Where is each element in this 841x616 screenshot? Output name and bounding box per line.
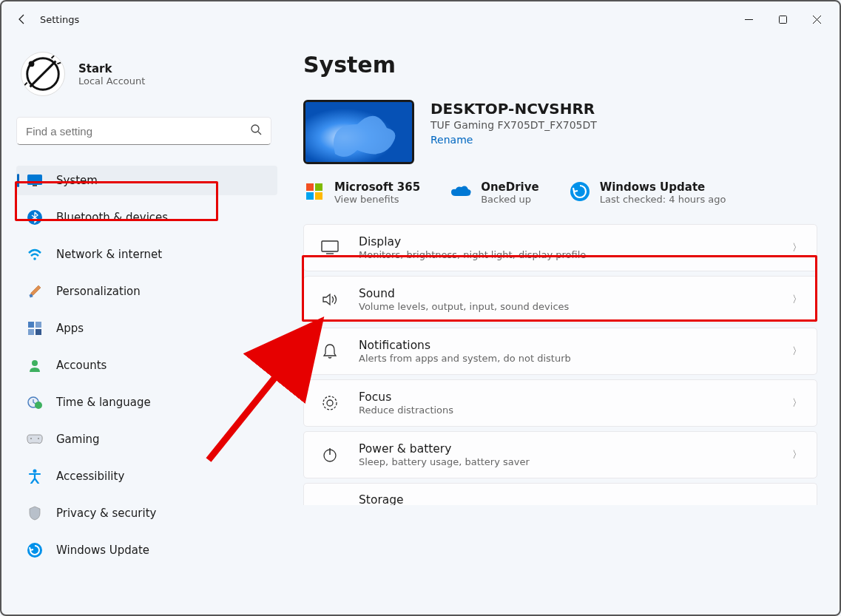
card-sub: Monitors, brightness, night light, displ… <box>359 249 792 260</box>
gamepad-icon <box>27 431 43 447</box>
status-windows-update[interactable]: Windows Update Last checked: 4 hours ago <box>569 180 726 205</box>
svg-rect-1 <box>779 16 786 23</box>
card-title: Notifications <box>359 339 792 352</box>
power-icon <box>319 447 341 463</box>
nav-label: Gaming <box>56 433 100 446</box>
card-sub: Volume levels, output, input, sound devi… <box>359 301 792 312</box>
rename-link[interactable]: Rename <box>430 134 597 146</box>
svg-rect-26 <box>306 192 314 200</box>
status-m365[interactable]: Microsoft 365 View benefits <box>303 180 420 205</box>
brush-icon <box>27 283 43 299</box>
card-title: Focus <box>359 390 792 404</box>
setting-display[interactable]: Display Monitors, brightness, night ligh… <box>303 224 817 271</box>
status-sub: View benefits <box>334 194 420 205</box>
search-input[interactable] <box>26 125 250 138</box>
card-sub: Reduce distractions <box>359 405 792 416</box>
page-title: System <box>303 52 817 78</box>
svg-rect-25 <box>315 183 322 191</box>
update-icon <box>569 180 591 203</box>
nav-item-accounts[interactable]: Accounts <box>16 351 277 380</box>
window-title: Settings <box>40 14 79 25</box>
chevron-right-icon: 〉 <box>792 448 802 461</box>
chevron-right-icon: 〉 <box>792 293 802 306</box>
wifi-icon <box>27 246 43 263</box>
setting-notifications[interactable]: Notifications Alerts from apps and syste… <box>303 328 817 375</box>
card-sub: Sleep, battery usage, battery saver <box>359 456 792 467</box>
avatar <box>21 52 65 96</box>
card-title: Storage <box>359 493 802 506</box>
device-header: DESKTOP-NCVSHRR TUF Gaming FX705DT_FX705… <box>303 100 817 164</box>
device-name: DESKTOP-NCVSHRR <box>430 100 597 118</box>
svg-point-19 <box>30 438 32 439</box>
svg-point-18 <box>35 402 42 409</box>
apps-icon <box>27 320 43 336</box>
card-title: Power & battery <box>359 442 792 456</box>
svg-point-16 <box>32 360 38 366</box>
search-box[interactable] <box>16 117 271 145</box>
main-content: System DESKTOP-NCVSHRR TUF Gaming FX705D… <box>277 37 840 616</box>
titlebar: Settings <box>1 1 840 37</box>
nav-item-accessibility[interactable]: Accessibility <box>16 461 277 491</box>
nav-label: Accounts <box>56 359 107 372</box>
svg-point-20 <box>38 438 39 439</box>
nav-item-privacy[interactable]: Privacy & security <box>16 498 277 528</box>
status-title: OneDrive <box>481 180 539 194</box>
focus-icon <box>319 395 341 411</box>
user-account-type: Local Account <box>78 75 145 87</box>
svg-rect-27 <box>315 192 322 200</box>
setting-focus[interactable]: Focus Reduce distractions 〉 <box>303 379 817 427</box>
nav-list: System Bluetooth & devices Network & int… <box>16 166 277 565</box>
nav-label: Apps <box>56 322 84 335</box>
nav-item-bluetooth[interactable]: Bluetooth & devices <box>16 203 277 232</box>
nav-item-apps[interactable]: Apps <box>16 314 277 343</box>
status-title: Microsoft 365 <box>334 180 420 194</box>
chevron-right-icon: 〉 <box>792 345 802 358</box>
display-icon <box>319 240 341 255</box>
nav-item-system[interactable]: System <box>16 166 277 195</box>
nav-label: Personalization <box>56 285 141 298</box>
svg-point-4 <box>29 61 35 67</box>
status-title: Windows Update <box>600 180 726 194</box>
svg-rect-29 <box>322 241 338 251</box>
nav-item-network[interactable]: Network & internet <box>16 240 277 269</box>
status-sub: Backed up <box>481 194 539 205</box>
device-thumbnail[interactable] <box>303 100 414 164</box>
nav-label: Privacy & security <box>56 507 156 520</box>
svg-rect-14 <box>28 329 34 335</box>
maximize-button[interactable] <box>766 7 800 31</box>
setting-power[interactable]: Power & battery Sleep, battery usage, ba… <box>303 431 817 478</box>
bluetooth-icon <box>27 209 43 226</box>
minimize-button[interactable] <box>732 7 766 31</box>
status-onedrive[interactable]: OneDrive Backed up <box>450 180 539 205</box>
setting-sound[interactable]: Sound Volume levels, output, input, soun… <box>303 276 817 323</box>
svg-rect-13 <box>36 322 41 328</box>
svg-line-6 <box>258 132 261 135</box>
back-button[interactable] <box>7 4 37 34</box>
nav-item-windows-update[interactable]: Windows Update <box>16 535 277 565</box>
svg-point-31 <box>323 396 337 410</box>
search-icon <box>250 123 262 138</box>
card-title: Sound <box>359 287 792 300</box>
nav-item-time-language[interactable]: Time & language <box>16 387 277 417</box>
svg-point-32 <box>327 400 333 406</box>
svg-rect-7 <box>27 175 42 185</box>
user-profile[interactable]: Stark Local Account <box>16 52 277 96</box>
person-icon <box>27 357 43 373</box>
nav-item-gaming[interactable]: Gaming <box>16 424 277 454</box>
status-row: Microsoft 365 View benefits OneDrive Bac… <box>303 180 817 205</box>
svg-rect-8 <box>33 185 37 186</box>
close-button[interactable] <box>800 7 834 31</box>
system-icon <box>27 172 43 189</box>
m365-icon <box>303 180 325 203</box>
device-model: TUF Gaming FX705DT_FX705DT <box>430 119 597 131</box>
svg-rect-15 <box>36 329 41 335</box>
shield-icon <box>27 505 43 521</box>
chevron-right-icon: 〉 <box>792 396 802 410</box>
setting-storage[interactable]: Storage <box>303 483 817 505</box>
card-sub: Alerts from apps and system, do not dist… <box>359 353 792 364</box>
nav-item-personalization[interactable]: Personalization <box>16 277 277 306</box>
nav-label: Accessibility <box>56 470 124 483</box>
update-icon <box>27 542 43 558</box>
svg-point-21 <box>33 470 37 473</box>
clock-globe-icon <box>27 394 43 410</box>
